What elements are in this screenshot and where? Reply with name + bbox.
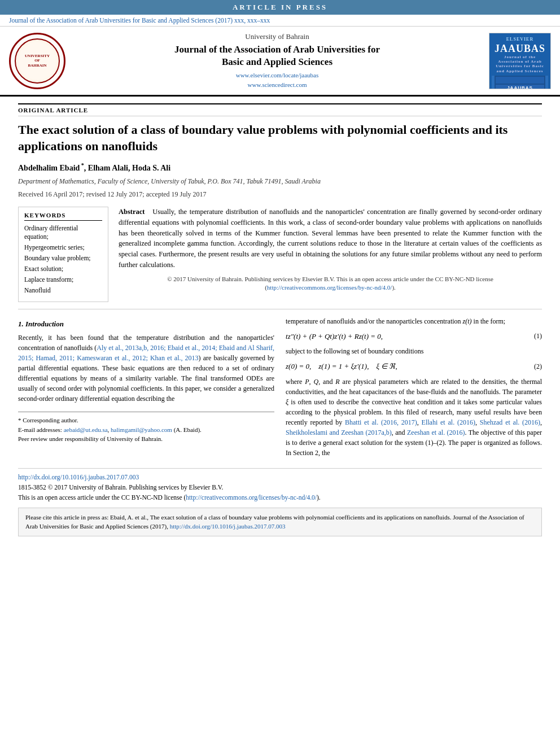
url1[interactable]: www.elsevier.com/locate/jaaubas <box>71 71 483 80</box>
corresponding-marker: * <box>80 162 84 168</box>
logo-sub: Journal of the Association of Arab Unive… <box>492 55 548 74</box>
keyword-3: Boundary value problem; <box>24 254 102 263</box>
cc-license-link[interactable]: http://creativecommons.org/licenses/by-n… <box>267 284 392 291</box>
body-left-col: 1. Introduction Recently, it has been fo… <box>18 316 274 461</box>
right-col-intro: temperature of nanofluids and/or the nan… <box>286 316 542 326</box>
journal-title-header: Journal of the Association of Arab Unive… <box>71 43 483 68</box>
abstract-body: Usually, the temperature distribution of… <box>119 208 542 269</box>
open-access-line: This is an open access article under the… <box>18 492 542 503</box>
keyword-4: Exact solution; <box>24 265 102 273</box>
email2[interactable]: halimgamil@yahoo.com <box>111 426 172 433</box>
svg-text:JAAUBAS: JAAUBAS <box>507 85 533 89</box>
journal-link-line: Journal of the Association of Arab Unive… <box>0 15 560 27</box>
open-access-link[interactable]: http://creativecommons.org/licenses/by-n… <box>186 494 317 501</box>
university-name: University of Bahrain <box>71 32 483 41</box>
bottom-copyright-text: © 2017 University of Bahrain. Publishing… <box>48 484 224 491</box>
body-right-col: temperature of nanofluids and/or the nan… <box>286 316 542 461</box>
peer-review-note: Peer review under responsibility of Univ… <box>18 434 274 444</box>
keyword-1: Ordinary differential equation; <box>24 224 102 241</box>
keywords-box: KEYWORDS Ordinary differential equation;… <box>18 207 108 302</box>
email-label: E-mail addresses: <box>18 426 62 433</box>
keywords-title: KEYWORDS <box>24 212 102 221</box>
header-center: University of Bahrain Journal of the Ass… <box>71 32 483 89</box>
cite-sheikholeslami[interactable]: Sheikholeslami and Zeeshan (2017a,b) <box>286 429 392 436</box>
footnote-section: * Corresponding author. E-mail addresses… <box>18 412 274 444</box>
cite-zeeshan[interactable]: Zeeshan et al. (2016) <box>407 429 465 436</box>
open-access-text: This is an open access article under the… <box>18 494 186 501</box>
boundary-condition-intro: subject to the following set of boundary… <box>286 346 542 356</box>
keyword-5: Laplace transform; <box>24 276 102 284</box>
email1[interactable]: aebaid@ut.edu.sa <box>64 426 108 433</box>
abstract-copyright: © 2017 University of Bahrain. Publishing… <box>119 275 542 292</box>
equation-2-block: z(0) = 0, z(1) = 1 + ξz′(1), ξ ∈ ℜ, (2) <box>286 361 542 372</box>
cite-bhatti[interactable]: Bhatti et al. (2016, 2017) <box>345 418 417 426</box>
footnote-star: * Corresponding author. <box>18 416 274 425</box>
intro-paragraph: Recently, it has been found that the tem… <box>18 333 274 404</box>
keywords-col: KEYWORDS Ordinary differential equation;… <box>18 207 108 302</box>
equation-1: tz″(t) + (P + Qt)z′(t) + Rz(t) = 0, <box>286 331 383 342</box>
author1: Abdelhalim Ebaid <box>18 164 80 172</box>
footnote-emails: E-mail addresses: aebaid@ut.edu.sa, hali… <box>18 425 274 435</box>
equation-2-number: (2) <box>534 361 542 372</box>
university-seal: UNIVERSITYOFBAHRAIN <box>9 33 65 89</box>
abstract-col: Abstract Usually, the temperature distri… <box>119 207 542 302</box>
affiliation: Department of Mathematics, Faculty of Sc… <box>18 177 542 186</box>
right-col-body: where P, Q, and R are physical parameter… <box>286 377 542 458</box>
jaaubas-logo: ELSEVIER JAAUBAS Journal of the Associat… <box>489 33 551 89</box>
logo-name: JAAUBAS <box>495 43 545 55</box>
doi-line[interactable]: http://dx.doi.org/10.1016/j.jaubas.2017.… <box>18 472 542 482</box>
journal-header: UNIVERSITYOFBAHRAIN University of Bahrai… <box>0 27 560 97</box>
seal-text: UNIVERSITYOFBAHRAIN <box>25 54 50 68</box>
cite-shehzad[interactable]: Shehzad et al. (2016) <box>480 418 540 426</box>
footnote-note: (A. Ebaid). <box>174 426 202 433</box>
article-in-press-banner: ARTICLE IN PRESS <box>0 0 560 15</box>
equation-1-number: (1) <box>534 331 542 341</box>
open-access-close: ). <box>317 494 321 501</box>
bottom-info: http://dx.doi.org/10.1016/j.jaubas.2017.… <box>18 468 542 503</box>
equation-1-block: tz″(t) + (P + Qt)z′(t) + Rz(t) = 0, (1) <box>286 331 542 342</box>
authors: Abdelhalim Ebaid *, Elham Alali, Hoda S.… <box>18 162 542 173</box>
logo-image-area: JAAUBAS <box>492 76 548 89</box>
citation-doi-link[interactable]: http://dx.doi.org/10.1016/j.jaubas.2017.… <box>170 523 286 530</box>
intro-heading: 1. Introduction <box>18 318 274 330</box>
url2[interactable]: www.sciencedirect.com <box>71 80 483 90</box>
keyword-2: Hypergeometric series; <box>24 243 102 252</box>
body-section: 1. Introduction Recently, it has been fo… <box>18 316 542 461</box>
seal-inner: UNIVERSITYOFBAHRAIN <box>15 38 60 84</box>
abstract-text: Abstract Usually, the temperature distri… <box>119 207 542 270</box>
issn-copyright: 1815-3852 © 2017 University of Bahrain. … <box>18 482 542 492</box>
abstract-label: Abstract <box>119 208 145 216</box>
abstract-section-layout: KEYWORDS Ordinary differential equation;… <box>18 207 542 302</box>
keyword-6: Nanofluid <box>24 286 102 295</box>
issn: 1815-3852 <box>18 484 46 491</box>
journal-urls: www.elsevier.com/locate/jaaubas www.scie… <box>71 71 483 89</box>
author-separator1: , Elham Alali, Hoda S. Ali <box>84 164 170 172</box>
equation-2: z(0) = 0, z(1) = 1 + ξz′(1), ξ ∈ ℜ, <box>286 361 397 372</box>
copyright-close: ). <box>392 284 395 291</box>
cite-aly[interactable]: Aly et al., 2013a,b, 2016; Ebaid et al.,… <box>18 344 274 362</box>
main-content: ORIGINAL ARTICLE The exact solution of a… <box>0 97 560 543</box>
section-type-label: ORIGINAL ARTICLE <box>18 103 542 116</box>
section-divider <box>18 309 542 309</box>
paper-title: The exact solution of a class of boundar… <box>18 122 542 154</box>
dates-line: Received 16 April 2017; revised 12 July … <box>18 190 542 199</box>
svg-rect-1 <box>496 77 544 84</box>
citation-box: Please cite this article in press as: Eb… <box>18 508 542 536</box>
logo-top: ELSEVIER <box>506 37 533 42</box>
cite-ellahi[interactable]: Ellahi et al. (2016) <box>422 418 475 426</box>
